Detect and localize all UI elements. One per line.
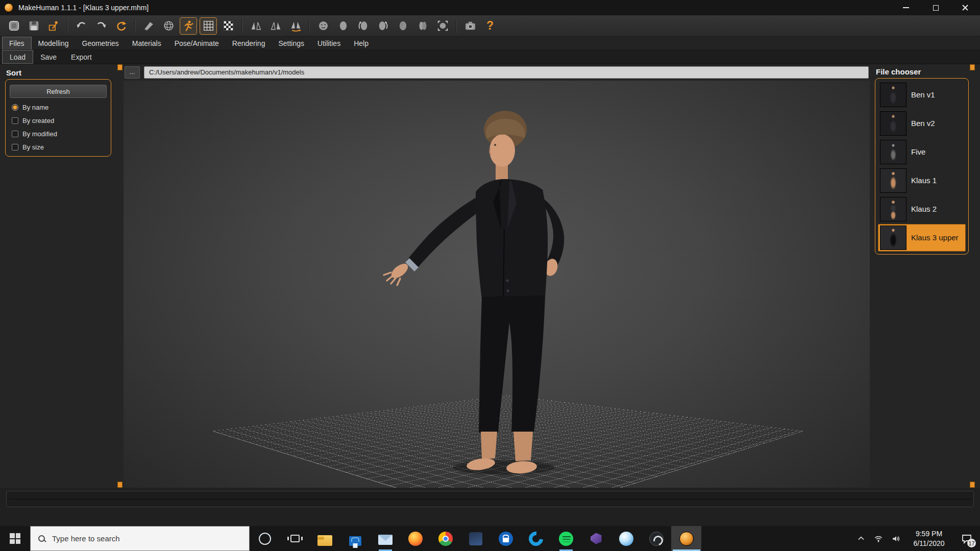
tab-help[interactable]: Help [347,37,375,49]
head-front-view-icon[interactable] [334,17,352,35]
sort-by-size-radio[interactable]: By size [10,143,107,151]
taskbar-visual-studio[interactable] [581,526,611,551]
help-icon[interactable]: ? [481,17,499,35]
file-item-klaus-3-upper[interactable]: Klaus 3 upper [878,224,966,252]
radio-icon [12,144,18,151]
file-item-ben-v1[interactable]: Ben v1 [878,81,966,109]
maximize-button[interactable] [921,0,950,15]
maximize-icon [933,5,939,11]
save-icon[interactable] [25,17,42,35]
path-row: ... C:/Users/andrew/Documents/makehuman/… [124,64,870,81]
taskbar-clock[interactable]: 9:59 PM 6/11/2020 [904,529,953,548]
file-item-label: Ben v2 [911,119,935,128]
tab-utilities[interactable]: Utilities [311,37,347,49]
head-side-view-icon[interactable] [394,17,411,35]
path-bar[interactable]: C:/Users/andrew/Documents/makehuman/v1/m… [144,66,869,79]
task-view-button[interactable] [280,526,310,551]
rotate-left-view-icon[interactable] [354,17,372,35]
minimize-button[interactable] [891,0,921,15]
file-item-five[interactable]: Five [878,138,966,166]
subtab-save[interactable]: Save [33,50,64,64]
toolbar-separator [67,19,68,33]
taskbar-chrome[interactable] [430,526,460,551]
help-glyph: ? [486,20,494,32]
volume-button[interactable] [887,526,904,551]
taskbar-makehuman[interactable] [671,526,701,551]
network-button[interactable] [870,526,887,551]
screenshot-icon[interactable] [461,17,479,35]
head-top-view-icon[interactable] [414,17,431,35]
new-icon[interactable] [5,17,22,35]
subtab-load[interactable]: Load [2,50,33,64]
lock-app-icon [499,532,513,546]
face-view-icon[interactable] [314,17,332,35]
minimize-icon [903,7,909,8]
taskbar-media-app[interactable] [460,526,491,551]
smooth-icon[interactable] [140,17,157,35]
taskbar-obs[interactable] [641,526,671,551]
splitter-grip-icon[interactable] [117,482,122,488]
symmetry-right-icon[interactable] [247,17,264,35]
tab-geometries[interactable]: Geometries [76,37,126,49]
speaker-icon [891,534,901,544]
taskbar-search[interactable] [30,526,250,551]
right-splitter[interactable] [969,64,976,488]
tab-files[interactable]: Files [2,37,32,49]
sort-by-created-radio[interactable]: By created [10,117,107,124]
close-button[interactable] [950,0,980,15]
toolbar-separator [134,19,135,33]
toolbar: ? [0,15,980,37]
taskbar-firefox[interactable] [400,526,430,551]
refresh-button[interactable]: Refresh [10,85,107,98]
symmetry-left-icon[interactable] [267,17,284,35]
taskbar-file-explorer[interactable] [310,526,340,551]
cortana-button[interactable] [250,526,280,551]
load-icon[interactable] [45,17,62,35]
left-splitter[interactable] [116,64,124,488]
subtab-export[interactable]: Export [64,50,99,64]
redo-icon[interactable] [92,17,110,35]
file-item-ben-v2[interactable]: Ben v2 [878,110,966,137]
background-checker-icon[interactable] [219,17,237,35]
symmetry-icon[interactable] [287,17,304,35]
wireframe-icon[interactable] [160,17,177,35]
taskbar-spotify[interactable] [551,526,581,551]
taskbar-globe-app[interactable] [611,526,641,551]
sort-by-modified-radio[interactable]: By modified [10,130,107,138]
radio-icon [12,117,18,124]
taskbar-lock-app[interactable] [491,526,521,551]
makehuman-logo-icon [4,3,13,12]
tab-materials[interactable]: Materials [126,37,168,49]
pose-icon[interactable] [180,17,197,35]
focus-view-icon[interactable] [434,17,451,35]
grid-icon[interactable] [200,17,217,35]
title-bar: MakeHuman 1.1.1 - [Klaus 3 upper.mhm] [0,0,980,15]
action-center-button[interactable]: 17 [953,526,980,551]
tab-rendering[interactable]: Rendering [226,37,272,49]
sub-tab-bar: Load Save Export [0,50,980,64]
tab-pose-animate[interactable]: Pose/Animate [168,37,226,49]
human-model[interactable] [124,81,870,488]
file-item-klaus-1[interactable]: Klaus 1 [878,167,966,194]
clock-time: 9:59 PM [904,529,953,539]
splitter-grip-icon[interactable] [117,64,122,70]
browse-button[interactable]: ... [125,66,140,79]
splitter-grip-icon[interactable] [970,482,975,488]
taskbar: 9:59 PM 6/11/2020 17 [0,526,980,551]
rotate-right-view-icon[interactable] [374,17,391,35]
sort-by-name-radio[interactable]: By name [10,104,107,111]
search-input[interactable] [52,534,242,543]
taskbar-store[interactable] [340,526,370,551]
start-button[interactable] [0,526,30,551]
file-item-klaus-2[interactable]: Klaus 2 [878,195,966,223]
hidden-icons-button[interactable] [852,526,870,551]
taskbar-edge[interactable] [521,526,551,551]
undo-icon[interactable] [72,17,90,35]
tab-modelling[interactable]: Modelling [32,37,76,49]
tab-settings[interactable]: Settings [272,37,311,49]
taskbar-mail[interactable] [370,526,400,551]
splitter-grip-icon[interactable] [970,64,975,70]
reload-icon[interactable] [112,17,130,35]
media-app-icon [469,532,482,545]
viewport-3d[interactable] [124,81,870,488]
